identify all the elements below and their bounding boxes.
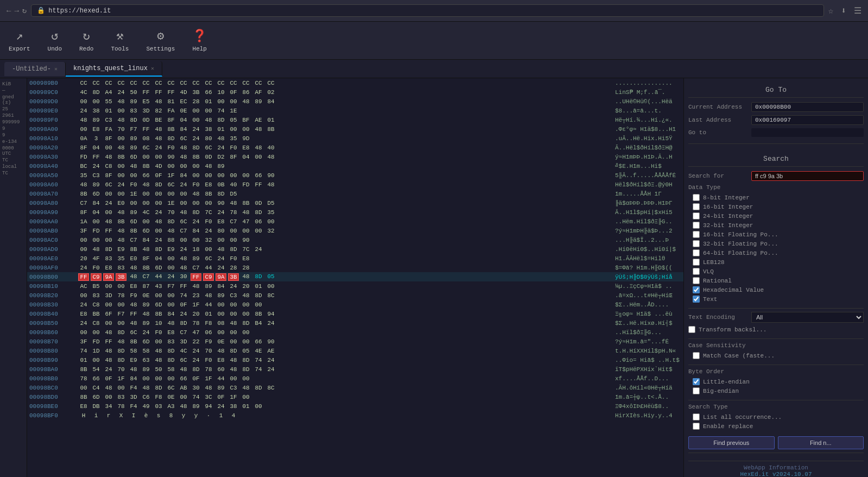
hex-byte[interactable]: 48 <box>153 357 164 363</box>
hex-byte[interactable]: 24 <box>253 246 264 253</box>
hex-byte[interactable]: 7C <box>240 246 251 253</box>
reload-icon[interactable]: ↻ <box>22 6 27 15</box>
hex-byte[interactable]: C7 <box>178 228 189 234</box>
hex-byte[interactable]: 6F <box>103 311 114 317</box>
hex-byte[interactable]: 00 <box>216 237 226 243</box>
hex-byte[interactable]: 48 <box>240 292 251 299</box>
hex-byte[interactable]: 0F <box>153 172 164 179</box>
hex-byte[interactable]: A4 <box>103 89 114 96</box>
hex-byte[interactable]: 89 <box>253 98 264 105</box>
hex-byte[interactable]: 48 <box>178 145 189 151</box>
hex-byte[interactable]: 00 <box>178 200 189 206</box>
hex-byte[interactable]: 00 <box>203 246 214 253</box>
hex-byte[interactable]: 84 <box>166 311 176 317</box>
hex-byte[interactable]: C6 <box>141 394 151 400</box>
hex-byte[interactable]: 6D <box>153 265 164 271</box>
hex-byte[interactable]: F7 <box>116 311 126 317</box>
hex-byte[interactable]: 20 <box>78 255 89 262</box>
hex-byte[interactable]: BE <box>153 117 164 123</box>
forward-icon[interactable]: → <box>14 7 18 15</box>
hex-byte[interactable]: 00 <box>228 126 239 133</box>
hex-byte[interactable]: 8D <box>253 292 264 299</box>
hex-byte[interactable]: 05 <box>228 117 239 123</box>
hex-byte[interactable]: EC <box>178 98 189 105</box>
hex-byte[interactable]: 89 <box>191 403 201 410</box>
hex-byte[interactable]: 3D <box>103 292 114 299</box>
hex-byte[interactable]: 0B <box>216 181 226 188</box>
hex-byte[interactable]: 01 <box>103 108 114 114</box>
hex-byte[interactable]: C7 <box>178 329 189 336</box>
hex-byte[interactable]: 48 <box>141 181 151 188</box>
cb-transform-input[interactable] <box>688 326 695 333</box>
hex-byte[interactable]: 00 <box>166 163 176 170</box>
hex-byte[interactable]: AE <box>265 348 276 354</box>
hex-byte[interactable]: AC <box>78 283 89 290</box>
hex-byte[interactable]: 00 <box>78 237 89 243</box>
hex-byte[interactable]: F0 <box>203 218 214 225</box>
hex-byte[interactable]: C8 <box>91 302 102 308</box>
cb-list-all-input[interactable] <box>693 413 700 420</box>
hex-byte[interactable]: 50 <box>128 89 139 96</box>
hex-byte[interactable]: 00 <box>91 357 102 363</box>
hex-byte[interactable]: CC <box>91 80 102 86</box>
hex-byte[interactable]: è <box>141 412 151 419</box>
hex-byte[interactable]: 90 <box>240 237 251 243</box>
hex-byte[interactable]: 63 <box>141 357 151 363</box>
hex-byte[interactable]: 24 <box>228 283 239 290</box>
hex-byte[interactable]: 8B <box>116 154 126 160</box>
hex-byte[interactable]: 00 <box>91 98 102 105</box>
hex-byte[interactable]: 00 <box>265 218 276 225</box>
cb-vlq-input[interactable] <box>693 268 700 275</box>
hex-byte[interactable]: 00 <box>166 375 176 382</box>
hex-byte[interactable]: FF <box>253 181 264 188</box>
hex-byte[interactable]: FF <box>153 89 164 96</box>
hex-byte[interactable]: 24 <box>191 126 201 133</box>
hex-byte[interactable]: 28 <box>191 98 201 105</box>
hex-byte[interactable]: 74 <box>253 357 264 363</box>
hex-byte[interactable]: 44 <box>203 302 214 308</box>
hex-byte[interactable]: 3 <box>91 135 102 142</box>
hex-byte[interactable]: 66 <box>91 375 102 382</box>
hex-byte[interactable]: AE <box>253 117 264 123</box>
hex-byte[interactable]: 89 <box>91 117 102 123</box>
hex-byte[interactable]: 00 <box>228 311 239 317</box>
cb-text-input[interactable] <box>693 296 700 303</box>
hex-byte[interactable]: 1F <box>203 375 214 382</box>
hex-byte[interactable]: 24 <box>78 265 89 271</box>
hex-byte[interactable]: 00 <box>91 329 102 336</box>
hex-byte[interactable]: 3F <box>78 228 89 234</box>
cb-hexval-input[interactable] <box>693 286 700 293</box>
hex-byte[interactable]: 8D <box>253 209 264 216</box>
hex-byte[interactable]: CC <box>191 80 201 86</box>
hex-byte[interactable]: BF <box>240 117 251 123</box>
hex-byte[interactable]: 70 <box>116 366 126 373</box>
cb-32bit-input[interactable] <box>693 222 700 229</box>
hex-byte[interactable]: 35 <box>265 209 276 216</box>
address-bar[interactable]: 🔒 https://hexed.it <box>31 4 823 17</box>
hex-byte[interactable]: 8D <box>191 145 201 151</box>
hex-byte[interactable]: 48 <box>128 302 139 308</box>
hex-byte[interactable]: 6D <box>128 154 139 160</box>
hex-byte[interactable]: 89 <box>216 385 226 391</box>
tab-untitled[interactable]: -Untitled- ✕ <box>4 62 66 76</box>
hex-byte[interactable]: AB <box>178 385 189 391</box>
hex-byte[interactable]: 8D <box>128 117 139 123</box>
hex-byte[interactable]: 24 <box>216 265 226 271</box>
hex-byte[interactable]: 1D <box>91 348 102 354</box>
hex-byte[interactable]: 90 <box>265 338 276 345</box>
cb-32float-input[interactable] <box>693 240 700 247</box>
hex-byte[interactable]: 01 <box>240 403 251 410</box>
hex-byte[interactable]: 8D <box>216 117 226 123</box>
hex-byte[interactable]: 8B <box>78 191 89 197</box>
hex-byte[interactable]: 48 <box>128 273 139 281</box>
hex-byte[interactable]: 8D <box>166 135 176 142</box>
hex-byte[interactable]: 87 <box>141 283 151 290</box>
hex-byte[interactable]: 00 <box>216 311 226 317</box>
hex-byte[interactable]: 00 <box>103 145 114 151</box>
hex-byte[interactable]: 84 <box>178 126 189 133</box>
hex-byte[interactable]: 48 <box>128 163 139 170</box>
hex-byte[interactable]: 90 <box>265 172 276 179</box>
hex-byte[interactable]: 4E <box>253 348 264 354</box>
hex-byte[interactable]: 00 <box>191 108 201 114</box>
hex-byte[interactable]: C7 <box>78 200 89 206</box>
